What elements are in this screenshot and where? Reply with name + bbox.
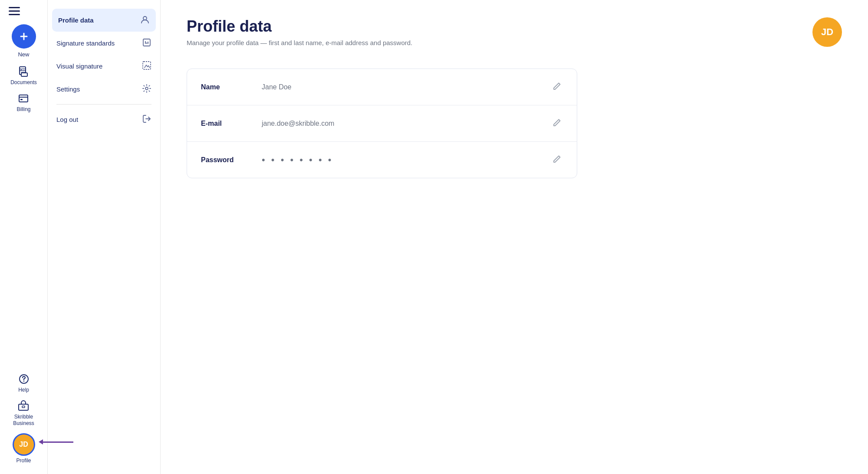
svg-point-8	[23, 381, 24, 382]
visual-signature-label: Visual signature	[56, 62, 102, 70]
visual-signature-icon	[142, 61, 151, 72]
logout-icon	[142, 114, 151, 125]
svg-rect-1	[9, 10, 20, 12]
logout-label: Log out	[56, 116, 78, 123]
menu-item-signature-standards[interactable]: Signature standards	[48, 32, 160, 55]
hamburger-button[interactable]	[9, 7, 20, 16]
svg-rect-6	[20, 99, 23, 100]
menu-item-profile-data-label: Profile data	[58, 16, 94, 24]
email-field: E-mail jane.doe@skribble.com	[187, 105, 577, 142]
menu-item-settings[interactable]: Settings	[48, 78, 160, 101]
svg-point-14	[145, 87, 148, 90]
profile-data-icon	[140, 15, 150, 26]
menu-item-logout[interactable]: Log out	[48, 108, 160, 131]
profile-avatar: JD	[13, 433, 35, 456]
header-avatar-initials: JD	[821, 26, 833, 38]
password-label: Password	[201, 156, 262, 164]
name-label: Name	[201, 83, 262, 91]
password-edit-button[interactable]	[551, 153, 563, 167]
arrow-line	[43, 441, 73, 443]
profile-data-card: Name Jane Doe E-mail jane.doe@skribble.c…	[187, 69, 577, 178]
name-edit-button[interactable]	[551, 80, 563, 94]
page-header: Profile data Manage your profile data — …	[187, 17, 842, 47]
menu-item-profile-data[interactable]: Profile data	[52, 9, 156, 32]
menu-item-visual-signature[interactable]: Visual signature	[48, 55, 160, 78]
sidebar-item-billing[interactable]: Billing	[16, 92, 30, 112]
main-content: Profile data Manage your profile data — …	[161, 0, 868, 474]
settings-icon	[142, 84, 151, 95]
sidebar-item-documents[interactable]: Documents	[10, 65, 37, 85]
sidebar-item-help[interactable]: Help	[18, 373, 30, 393]
new-button-label: New	[18, 51, 29, 58]
svg-rect-5	[19, 95, 28, 102]
settings-label: Settings	[56, 85, 80, 93]
profile-arrow-annotation	[39, 439, 73, 445]
business-label: Skribble Business	[13, 414, 34, 426]
documents-label: Documents	[10, 79, 37, 85]
profile-menu: Profile data Signature standards Visual …	[48, 0, 161, 474]
new-button[interactable]	[12, 24, 36, 49]
password-value: • • • • • • • •	[262, 154, 551, 166]
svg-point-11	[143, 16, 147, 20]
page-title: Profile data	[187, 17, 412, 36]
header-avatar: JD	[812, 17, 842, 47]
page-title-area: Profile data Manage your profile data — …	[187, 17, 412, 46]
email-label: E-mail	[201, 120, 262, 127]
billing-label: Billing	[16, 106, 30, 112]
email-edit-button[interactable]	[551, 117, 563, 130]
signature-standards-icon	[142, 38, 151, 49]
svg-rect-0	[9, 7, 20, 8]
svg-rect-4	[21, 73, 27, 76]
profile-label: Profile	[16, 458, 31, 464]
help-label: Help	[18, 387, 29, 393]
sidebar-bottom: Help Skribble Business JD Profile	[13, 373, 35, 467]
left-sidebar: New Documents Billing Help	[0, 0, 48, 474]
email-value: jane.doe@skribble.com	[262, 120, 551, 127]
page-subtitle: Manage your profile data — first and las…	[187, 39, 412, 46]
svg-rect-10	[22, 406, 25, 408]
name-value: Jane Doe	[262, 83, 551, 91]
svg-rect-9	[19, 404, 28, 410]
sidebar-profile[interactable]: JD Profile	[13, 433, 35, 467]
password-field: Password • • • • • • • •	[187, 142, 577, 178]
name-field: Name Jane Doe	[187, 69, 577, 105]
menu-divider	[56, 104, 151, 105]
signature-standards-label: Signature standards	[56, 39, 115, 47]
sidebar-item-skribble-business[interactable]: Skribble Business	[13, 400, 34, 426]
arrow-head	[39, 439, 43, 445]
svg-rect-2	[9, 14, 20, 15]
